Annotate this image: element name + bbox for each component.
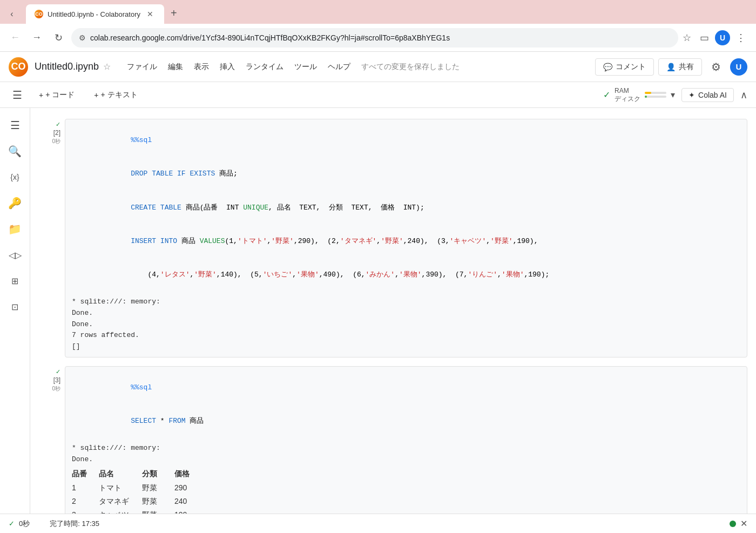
cell-1-output: * sqlite:///: memory: Done. Done. 7 rows… (72, 292, 740, 353)
sidebar-toggle-button[interactable]: ☰ (9, 86, 26, 104)
ram-disk-section: ✓ RAM ディスク ▾ (603, 87, 675, 103)
cell-2-body[interactable]: %%sql SELECT * FROM 商品 * sqlite:///: mem… (65, 366, 747, 514)
colab-ai-icon: ✦ (688, 91, 695, 99)
menu-bar: ファイル 編集 表示 挿入 ランタイム ツール ヘルプ すべての変更を保存しまし… (122, 59, 465, 75)
status-completion: 完了時間: 17:35 (50, 519, 99, 529)
forward-button[interactable]: → (28, 29, 45, 46)
table-row: 1 トマト 野菜 290 (72, 481, 740, 495)
cell-1-code-line-2: DROP TABLE IF EXISTS 商品; (72, 157, 740, 191)
sidebar-icon-scratch[interactable]: ⊡ (4, 296, 26, 318)
sidebar-icon-files[interactable]: 📁 (4, 218, 26, 240)
colab-logo: CO (9, 57, 28, 77)
status-check-icon: ✓ (9, 519, 15, 528)
cell-2-number: [3] (53, 376, 60, 384)
menu-runtime[interactable]: ランタイム (240, 59, 289, 75)
share-icon: 👤 (666, 63, 676, 71)
sidebar-icon-variables[interactable]: {x} (4, 166, 26, 188)
col-header-4: 価格 (174, 467, 207, 481)
menu-help[interactable]: ヘルプ (322, 59, 356, 75)
cell-1-code-line-3: CREATE TABLE 商品(品番 INT UNIQUE, 品名 TEXT, … (72, 191, 740, 225)
colab-ai-button[interactable]: ✦ Colab AI (681, 88, 734, 102)
status-dot (730, 521, 736, 527)
comment-button[interactable]: 💬 コメント (595, 58, 654, 76)
status-close-button[interactable]: ✕ (740, 518, 747, 529)
address-text: colab.research.google.com/drive/1Ycf34-8… (90, 33, 671, 42)
sidebar-icons-panel: ☰ 🔍 {x} 🔑 📁 ◁▷ ⊞ ⊡ (0, 108, 30, 514)
security-icon: ⚙ (79, 33, 86, 42)
back-button[interactable]: ← (6, 29, 24, 46)
cell-2-output: * sqlite:///: memory: Done. 品番 品名 分類 価格 (72, 438, 740, 514)
result-table: 品番 品名 分類 価格 1 トマト 野菜 290 (72, 467, 740, 514)
sidebar-icon-secrets[interactable]: 🔑 (4, 192, 26, 214)
more-options-button[interactable]: ⋮ (732, 29, 750, 46)
star-notebook-button[interactable]: ☆ (103, 62, 111, 72)
plus-text-icon: + (94, 91, 98, 99)
bookmark-button[interactable]: ☆ (683, 32, 691, 44)
menu-file[interactable]: ファイル (122, 59, 163, 75)
disk-label: ディスク (615, 95, 640, 103)
notebook-title: Untitled0.ipynb (35, 61, 99, 72)
add-code-label: + コード (45, 90, 75, 100)
refresh-button[interactable]: ↻ (50, 29, 67, 46)
cell-2-status: ✓ (56, 368, 60, 375)
cell-2-code-line-1: %%sql (72, 371, 740, 404)
sidebar-icon-search[interactable]: 🔍 (4, 140, 26, 162)
col-header-2: 品名 (99, 467, 142, 481)
sidebar-icon-code-snippets[interactable]: ◁▷ (4, 244, 26, 266)
comment-icon: 💬 (603, 63, 612, 71)
ram-label: RAM (615, 87, 640, 95)
ram-disk-dropdown[interactable]: ▾ (671, 90, 675, 100)
menu-tools[interactable]: ツール (289, 59, 322, 75)
cell-2-code-line-2: SELECT * FROM 商品 (72, 404, 740, 438)
cell-1-exec-time: 0秒 (52, 138, 60, 145)
col-header-3: 分類 (142, 467, 174, 481)
tab-close-button[interactable]: ✕ (145, 9, 156, 19)
cell-1-code-line-4: INSERT INTO 商品 VALUES(1,'トマト','野菜',290),… (72, 225, 740, 258)
menu-edit[interactable]: 編集 (163, 59, 188, 75)
address-bar[interactable]: ⚙ colab.research.google.com/drive/1Ycf34… (71, 28, 678, 48)
add-text-label: + テキスト (100, 90, 137, 100)
cell-1-body[interactable]: %%sql DROP TABLE IF EXISTS 商品; CREATE TA… (65, 119, 747, 357)
colab-ai-label: Colab AI (698, 91, 727, 99)
cell-2-exec-time: 0秒 (52, 385, 60, 393)
sidebar-browser-button[interactable]: ▭ (696, 29, 713, 46)
cell-1-code-line-5: (4,'レタス','野菜',140), (5,'いちご','果物',490), … (72, 259, 740, 292)
user-avatar-browser[interactable]: U (715, 30, 730, 45)
share-button[interactable]: 👤 共有 (658, 58, 702, 76)
cell-1: ✓ [2] 0秒 %%sql DROP TABLE IF EXISTS 商品; (30, 119, 756, 357)
sidebar-icon-terminal[interactable]: ⊞ (4, 270, 26, 292)
plus-code-icon: + (39, 91, 43, 99)
status-bar: ✓ 0秒 完了時間: 17:35 ✕ (0, 514, 756, 533)
col-header-1: 品番 (72, 467, 99, 481)
collapse-panel-button[interactable]: ∧ (740, 89, 747, 101)
active-tab[interactable]: CO Untitled0.ipynb - Colaboratory ✕ (26, 4, 164, 24)
tab-title: Untitled0.ipynb - Colaboratory (48, 10, 140, 18)
user-avatar-colab[interactable]: U (730, 58, 747, 76)
new-tab-button[interactable]: + (166, 5, 181, 24)
ram-disk-bars (645, 92, 666, 98)
tab-favicon: CO (35, 10, 43, 18)
notebook-area: ✓ [2] 0秒 %%sql DROP TABLE IF EXISTS 商品; (30, 108, 756, 514)
menu-insert[interactable]: 挿入 (214, 59, 240, 75)
share-label: 共有 (679, 62, 694, 72)
cell-1-status: ✓ (56, 121, 60, 128)
cell-1-code-line-1: %%sql (72, 124, 740, 157)
table-row: 2 タマネギ 野菜 240 (72, 495, 740, 508)
add-code-button[interactable]: + + コード (32, 88, 81, 102)
ram-check-icon: ✓ (603, 90, 610, 100)
add-text-button[interactable]: + + テキスト (87, 88, 144, 102)
comment-label: コメント (616, 62, 646, 72)
tab-nav-prev[interactable]: ‹ (4, 6, 19, 22)
cell-1-number: [2] (53, 129, 60, 137)
sidebar-icon-toc[interactable]: ☰ (4, 114, 26, 136)
status-separator (36, 519, 43, 529)
menu-view[interactable]: 表示 (188, 59, 214, 75)
gear-icon: ⚙ (711, 60, 721, 73)
settings-button[interactable]: ⚙ (706, 57, 726, 77)
status-time: 0秒 (19, 519, 30, 529)
cell-2: ✓ [3] 0秒 %%sql SELECT * FROM 商品 (30, 366, 756, 514)
table-row: 3 キャベツ 野菜 190 (72, 508, 740, 514)
save-status: すべての変更を保存しました (356, 59, 465, 75)
